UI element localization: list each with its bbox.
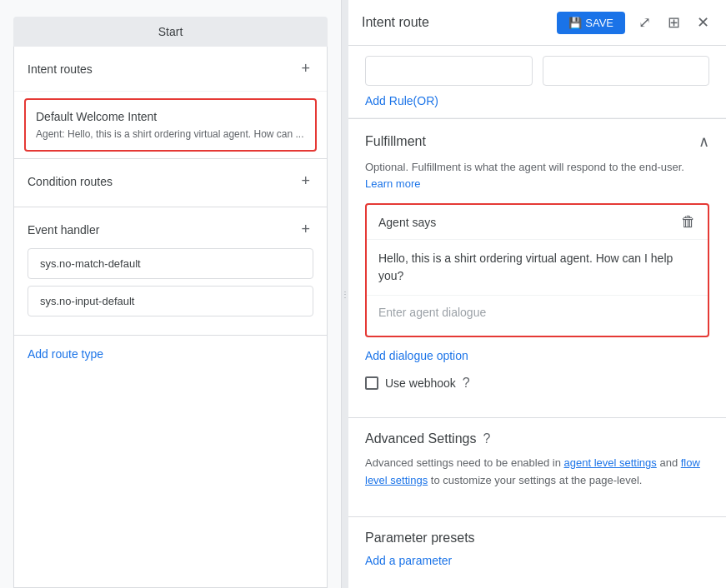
close-icon: ✕	[697, 14, 709, 31]
close-button[interactable]: ✕	[693, 10, 713, 35]
agent-level-settings-link[interactable]: agent level settings	[564, 456, 657, 469]
split-icon: ⊞	[668, 14, 680, 31]
add-event-handler-button[interactable]: +	[298, 219, 313, 240]
add-route-type-link[interactable]: Add route type	[14, 335, 327, 372]
webhook-row: Use webhook ?	[365, 376, 709, 391]
delete-icon[interactable]: 🗑	[681, 213, 696, 231]
advanced-settings-section: Advanced Settings ? Advanced settings ne…	[348, 417, 726, 516]
agent-message: Hello, this is a shirt ordering virtual …	[367, 240, 708, 296]
parameter-presets-section: Parameter presets Add a parameter	[348, 516, 726, 581]
condition-routes-title: Condition routes	[28, 175, 113, 188]
save-label: SAVE	[585, 17, 613, 29]
agent-says-card: Agent says 🗑 Hello, this is a shirt orde…	[365, 203, 709, 337]
event-item-no-input[interactable]: sys.no-input-default	[28, 286, 313, 316]
advanced-settings-description: Advanced settings need to be enabled in …	[365, 455, 709, 490]
advanced-title-row: Advanced Settings ?	[365, 431, 709, 446]
start-header: Start	[13, 17, 328, 47]
agent-dialogue-input[interactable]: Enter agent dialogue	[367, 296, 708, 336]
fulfillment-title: Fulfillment	[365, 134, 426, 149]
webhook-help-icon[interactable]: ?	[463, 376, 470, 391]
condition-routes-header: Condition routes +	[28, 171, 313, 192]
save-button[interactable]: 💾 SAVE	[557, 12, 625, 34]
advanced-desc-text: Advanced settings need to be enabled in	[365, 456, 564, 469]
add-dialogue-option-link[interactable]: Add dialogue option	[365, 349, 709, 362]
right-body: Add Rule(OR) Fulfillment ∧ Optional. Ful…	[348, 46, 726, 588]
event-handler-title: Event handler	[28, 223, 99, 237]
expand-icon-button[interactable]: ⤢	[635, 10, 654, 35]
intent-route-title: Default Welcome Intent	[36, 110, 305, 123]
agent-says-header: Agent says 🗑	[367, 205, 708, 240]
fulfillment-collapse-button[interactable]: ∧	[698, 132, 709, 151]
parameter-presets-title: Parameter presets	[365, 531, 709, 546]
event-handler-header: Event handler +	[28, 219, 313, 240]
right-panel: Intent route 💾 SAVE ⤢ ⊞ ✕ Add Rule(OR) F…	[348, 0, 726, 588]
condition-routes-section: Condition routes +	[14, 158, 327, 207]
intent-route-subtitle: Agent: Hello, this is a shirt ordering v…	[36, 128, 305, 140]
event-item-no-match[interactable]: sys.no-match-default	[28, 248, 313, 279]
fulfillment-desc-text: Optional. Fulfillment is what the agent …	[365, 161, 684, 173]
add-rule-section: Add Rule(OR)	[348, 46, 726, 118]
rule-input-1[interactable]	[365, 56, 533, 86]
intent-routes-header: Intent routes +	[14, 47, 327, 92]
intent-routes-title: Intent routes	[28, 62, 93, 76]
panel-divider: ⋮	[342, 0, 348, 588]
add-condition-route-button[interactable]: +	[298, 171, 313, 192]
split-icon-button[interactable]: ⊞	[664, 10, 683, 35]
fulfillment-description: Optional. Fulfillment is what the agent …	[365, 159, 709, 192]
default-welcome-intent-card[interactable]: Default Welcome Intent Agent: Hello, thi…	[24, 98, 317, 152]
webhook-label: Use webhook	[385, 376, 456, 390]
expand-icon: ⤢	[638, 14, 651, 31]
input-row	[365, 56, 709, 86]
add-parameter-link[interactable]: Add a parameter	[365, 554, 452, 567]
right-panel-title: Intent route	[362, 15, 547, 30]
event-handler-section: Event handler + sys.no-match-default sys…	[14, 207, 327, 335]
right-header: Intent route 💾 SAVE ⤢ ⊞ ✕	[348, 0, 726, 46]
left-content: Intent routes + Default Welcome Intent A…	[13, 47, 328, 588]
fulfillment-title-row: Fulfillment ∧	[365, 132, 709, 151]
add-rule-link[interactable]: Add Rule(OR)	[365, 94, 438, 107]
agent-says-title: Agent says	[378, 216, 436, 229]
rule-input-2[interactable]	[543, 56, 710, 86]
save-icon: 💾	[568, 17, 582, 29]
learn-more-link[interactable]: Learn more	[365, 177, 420, 190]
advanced-settings-title: Advanced Settings	[365, 431, 476, 446]
add-intent-route-button[interactable]: +	[298, 58, 313, 79]
left-panel: Start Intent routes + Default Welcome In…	[0, 0, 342, 588]
advanced-desc-suffix: to customize your settings at the page-l…	[431, 474, 643, 486]
use-webhook-checkbox[interactable]	[365, 376, 378, 390]
fulfillment-section: Fulfillment ∧ Optional. Fulfillment is w…	[348, 118, 726, 417]
advanced-desc-and: and	[659, 456, 680, 469]
advanced-settings-help-icon[interactable]: ?	[483, 431, 490, 446]
